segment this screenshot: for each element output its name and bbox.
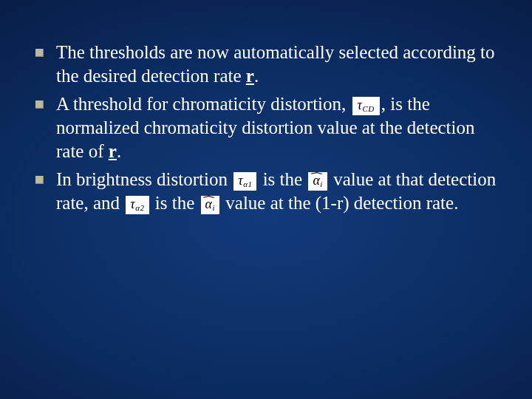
symbol-tau-cd: τCD (352, 97, 380, 115)
bullet-2-r: r (109, 141, 117, 161)
symbol-alpha-hat-1: αi (308, 172, 327, 191)
bullet-item-3: In brightness distortion τα1 is the αi v… (30, 168, 502, 215)
symbol-tau-alpha1-sub: α1 (243, 180, 252, 188)
bullet-2-text-c: . (117, 141, 121, 161)
symbol-alpha-hat-1-base: α (313, 173, 320, 188)
bullet-3-text-e: value at the (1-r) detection rate. (221, 193, 458, 213)
symbol-tau-cd-sub: CD (363, 104, 375, 113)
bullet-1-text-b: . (254, 66, 259, 86)
bullet-3-text-a: In brightness distortion (56, 169, 232, 189)
symbol-alpha-hat-1-sub: i (320, 180, 323, 188)
symbol-alpha-hat-2-base: α (205, 197, 213, 211)
symbol-tau-cd-base: τ (358, 98, 363, 112)
symbol-tau-alpha1: τα1 (233, 172, 256, 191)
bullet-1-r: r (246, 66, 254, 86)
bullet-1-text-a: The thresholds are now automatically sel… (56, 42, 495, 86)
bullet-3-text-b: is the (258, 169, 307, 189)
bullet-2-text-a: A threshold for chromaticity distortion, (56, 94, 351, 114)
bullet-item-2: A threshold for chromaticity distortion,… (30, 92, 502, 163)
bullet-list: The thresholds are now automatically sel… (30, 41, 502, 215)
slide: The thresholds are now automatically sel… (0, 0, 532, 399)
bullet-item-1: The thresholds are now automatically sel… (30, 41, 502, 88)
bullet-3-text-d: is the (151, 193, 200, 213)
symbol-alpha-hat-2: αi (201, 196, 220, 214)
symbol-tau-alpha2-sub: α2 (135, 203, 144, 212)
symbol-tau-alpha2: τα2 (126, 196, 149, 214)
symbol-alpha-hat-2-sub: i (212, 203, 215, 212)
